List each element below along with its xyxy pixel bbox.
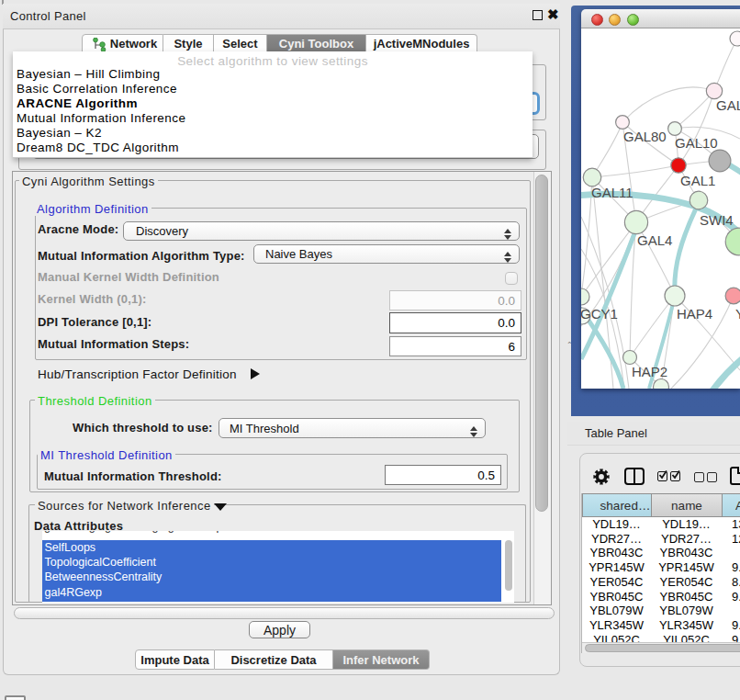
svg-text:SWI4: SWI4 — [700, 212, 734, 228]
svg-text:HAP2: HAP2 — [632, 364, 667, 379]
svg-text:GAL1: GAL1 — [680, 173, 715, 188]
svg-text:HAP4: HAP4 — [677, 306, 712, 322]
svg-text:Y: Y — [735, 306, 740, 322]
svg-text:GAL2: GAL2 — [716, 97, 740, 113]
svg-text:GAL80: GAL80 — [623, 129, 667, 144]
svg-text:GAL11: GAL11 — [591, 185, 633, 200]
svg-text:GAL4: GAL4 — [637, 232, 672, 248]
svg-text:GAL10: GAL10 — [675, 135, 718, 151]
svg-text:GCY1: GCY1 — [581, 306, 618, 322]
